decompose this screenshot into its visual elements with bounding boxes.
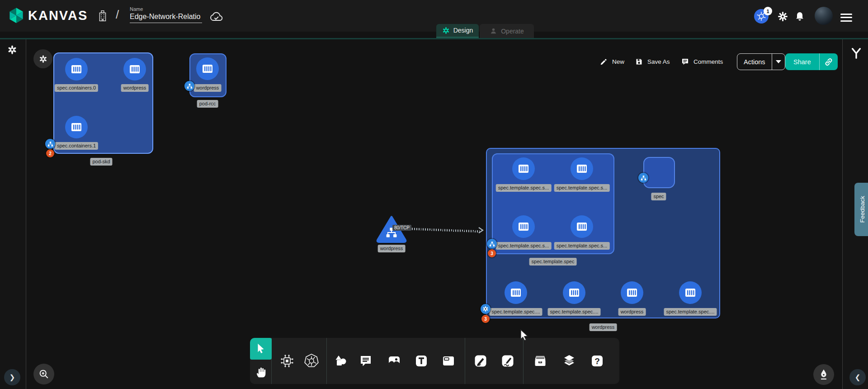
- kubernetes-wheel-icon: [304, 353, 319, 369]
- node-container[interactable]: [571, 215, 593, 238]
- comments-label: Comments: [693, 58, 723, 65]
- node-container[interactable]: [512, 215, 535, 238]
- node-spec-containers-1[interactable]: [65, 116, 88, 138]
- save-as-button[interactable]: Save As: [635, 54, 670, 69]
- node-container[interactable]: [512, 157, 535, 180]
- tool-comment[interactable]: [358, 353, 373, 369]
- feedback-label: Feedback: [859, 196, 866, 223]
- tool-pan[interactable]: [253, 365, 269, 380]
- new-pencil-icon: [599, 57, 608, 66]
- hamburger-menu-icon[interactable]: [840, 11, 852, 24]
- settings-gear-icon[interactable]: [777, 11, 788, 22]
- relationship-badge[interactable]: [487, 239, 497, 249]
- tool-kubernetes[interactable]: [304, 353, 319, 369]
- hierarchy-icon: [47, 141, 53, 147]
- kanvas-logo-icon: [8, 7, 24, 24]
- drawer-archive-icon: [533, 354, 547, 368]
- container-icon: [625, 285, 639, 300]
- header: KANVAS / Name Edge-Network-Relatio 1: [0, 0, 868, 32]
- new-button[interactable]: New: [599, 54, 624, 69]
- tool-freehand[interactable]: [500, 353, 515, 369]
- error-count-badge[interactable]: 3: [488, 249, 496, 257]
- toolbar-divider: [326, 338, 327, 384]
- tool-image[interactable]: [387, 353, 402, 369]
- tool-components[interactable]: [279, 353, 295, 369]
- edge-arrowhead: [478, 227, 484, 233]
- node-label: spec.containers.1: [55, 142, 98, 150]
- share-split-button[interactable]: Share: [785, 53, 838, 70]
- container-icon: [683, 285, 698, 300]
- node-label: spec.template.spec.s...: [554, 242, 610, 250]
- node-label: spec.template.spec.s...: [496, 184, 552, 192]
- relationship-badge[interactable]: [45, 139, 55, 149]
- user-avatar[interactable]: [815, 7, 833, 25]
- tool-select[interactable]: [250, 338, 272, 360]
- node-wordpress-container[interactable]: [123, 58, 146, 81]
- group-spec-template-spec[interactable]: [492, 153, 614, 254]
- edge-service-to-deployment[interactable]: [406, 228, 480, 232]
- error-count-badge[interactable]: 3: [481, 315, 490, 323]
- node-container[interactable]: [571, 157, 593, 180]
- comments-icon: [681, 57, 689, 66]
- meshery-spiral-icon[interactable]: [7, 45, 17, 55]
- notifications-bell-icon[interactable]: [794, 11, 805, 22]
- copy-link-button[interactable]: [819, 53, 838, 70]
- actions-split-button[interactable]: Actions: [737, 53, 785, 70]
- help-question-icon: [590, 354, 604, 368]
- y-branch-icon[interactable]: [849, 47, 863, 60]
- node-wordpress-container[interactable]: [196, 57, 219, 80]
- shapes-icon: [333, 354, 348, 368]
- node-container[interactable]: [505, 281, 527, 304]
- hand-icon: [254, 365, 268, 379]
- actions-label: Actions: [737, 58, 772, 66]
- node-spec[interactable]: [643, 157, 675, 188]
- node-container[interactable]: [679, 281, 702, 304]
- comment-bubble-icon: [359, 354, 373, 368]
- zoom-button[interactable]: [33, 364, 54, 384]
- design-name-label: Name: [130, 6, 143, 12]
- error-count-badge[interactable]: 2: [46, 149, 54, 157]
- container-icon: [575, 161, 589, 176]
- actions-dropdown-toggle[interactable]: [772, 54, 785, 70]
- design-name-input[interactable]: Edge-Network-Relatio: [130, 13, 202, 23]
- tool-pen[interactable]: [473, 353, 488, 369]
- expand-left-panel-button[interactable]: ❯: [4, 369, 20, 385]
- pen-mode-button[interactable]: [813, 364, 834, 385]
- tool-help[interactable]: [590, 353, 605, 369]
- spiral-icon: [482, 306, 489, 312]
- relationship-badge[interactable]: [638, 173, 648, 183]
- toolbar-divider: [523, 338, 524, 384]
- mouse-cursor: [520, 329, 531, 340]
- node-label: wordpress: [618, 308, 646, 316]
- kubernetes-context-count-badge: 1: [764, 7, 772, 15]
- group-label: pod-skd: [90, 158, 112, 166]
- mode-tabs: Design Operate: [436, 24, 534, 38]
- feedback-tab[interactable]: Feedback: [854, 183, 868, 236]
- tool-text[interactable]: [414, 353, 429, 369]
- kanvas-app: ? KANVAS / Name Edge-Network-Relatio 1 D…: [0, 0, 868, 389]
- node-wordpress-container[interactable]: [621, 281, 643, 304]
- tool-shapes[interactable]: [333, 353, 348, 369]
- tool-layers[interactable]: [561, 353, 577, 369]
- tab-design[interactable]: Design: [436, 24, 479, 38]
- node-container[interactable]: [563, 281, 585, 304]
- relationship-badge[interactable]: [184, 81, 194, 91]
- tab-underline: [0, 38, 868, 39]
- design-spiral-icon: [442, 27, 450, 34]
- meshery-badge[interactable]: [481, 304, 491, 314]
- container-icon: [509, 285, 523, 300]
- tool-drawer[interactable]: [533, 353, 548, 369]
- tab-operate[interactable]: Operate: [480, 24, 534, 38]
- canvas-flower-button[interactable]: [33, 49, 52, 68]
- tool-note[interactable]: [441, 353, 456, 369]
- expand-right-panel-button[interactable]: ❮: [849, 369, 866, 385]
- magnifier-plus-icon: [38, 368, 50, 380]
- node-label: spec.template.spec....: [548, 308, 601, 316]
- chipset-icon: [280, 354, 294, 368]
- node-label: wordpress: [121, 84, 149, 92]
- node-spec-containers-0[interactable]: [65, 58, 88, 81]
- node-label: spec: [651, 193, 666, 200]
- comments-button[interactable]: Comments: [681, 54, 723, 69]
- node-label: spec.template.spec....: [490, 308, 542, 316]
- organization-icon[interactable]: [96, 9, 109, 23]
